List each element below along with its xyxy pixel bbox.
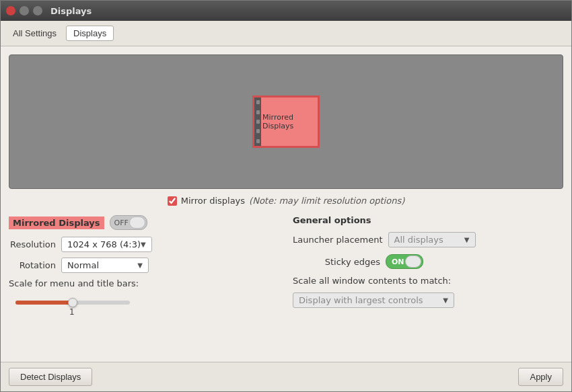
sticky-edges-label: Sticky edges [293, 257, 380, 267]
resolution-row: Resolution 1024 x 768 (4:3) ▼ [9, 237, 279, 252]
display-preview-area: Mirrored Displays [9, 54, 563, 189]
all-settings-button[interactable]: All Settings [6, 26, 63, 40]
window: Displays All Settings Displays Mirrored … [0, 0, 572, 392]
slider-fill [15, 301, 73, 305]
chevron-down-icon: ▼ [141, 241, 146, 248]
right-panel: General options Launcher placement All d… [293, 215, 563, 317]
filmstrip-hole [256, 100, 260, 104]
rotation-dropdown[interactable]: Normal ▼ [61, 258, 149, 273]
launcher-placement-label: Launcher placement [293, 235, 383, 245]
scale-value: 1 [69, 307, 75, 317]
on-toggle-knob [405, 256, 421, 268]
resolution-label: Resolution [9, 239, 56, 249]
resolution-value: 1024 x 768 (4:3) [67, 239, 141, 249]
main-content: Mirrored Displays Mirror displays (Note:… [1, 46, 571, 362]
minimize-button[interactable] [20, 6, 29, 15]
mirrored-displays-label: Mirrored Displays [9, 217, 104, 229]
toggle-off-text: OFF [114, 219, 129, 227]
detect-displays-button[interactable]: Detect Displays [9, 368, 92, 386]
scale-all-dropdown[interactable]: Display with largest controls ▼ [293, 292, 454, 308]
displays-button[interactable]: Displays [66, 26, 114, 41]
rotation-label: Rotation [9, 260, 56, 270]
monitor-label: Mirrored Displays [262, 97, 318, 146]
scale-all-label-row: Scale all window contents to match: [293, 276, 563, 286]
window-title: Displays [50, 6, 92, 16]
resolution-dropdown[interactable]: 1024 x 768 (4:3) ▼ [61, 237, 152, 252]
scale-for-menu-label: Scale for menu and title bars: [9, 278, 139, 288]
sticky-edges-toggle[interactable]: ON [386, 254, 423, 269]
mirrored-toggle[interactable]: OFF [110, 215, 147, 230]
mirror-label: Mirror displays [181, 196, 245, 206]
settings-area: Mirrored Displays OFF Resolution 1024 x … [9, 215, 563, 317]
mirrored-header-row: Mirrored Displays OFF [9, 215, 279, 230]
apply-button[interactable]: Apply [518, 368, 563, 386]
mirror-note: (Note: may limit resolution options) [249, 196, 404, 206]
mirror-checkbox[interactable] [168, 196, 177, 206]
on-text: ON [392, 258, 404, 266]
slider-thumb[interactable] [68, 298, 77, 307]
scale-slider-container: 1 [9, 298, 279, 317]
titlebar: Displays [1, 1, 571, 21]
left-panel: Mirrored Displays OFF Resolution 1024 x … [9, 215, 279, 317]
chevron-down-icon: ▼ [443, 297, 448, 304]
bottom-bar: Detect Displays Apply [1, 362, 571, 391]
scale-all-label: Scale all window contents to match: [293, 276, 451, 286]
mirror-checkbox-row: Mirror displays (Note: may limit resolut… [9, 196, 563, 206]
chevron-down-icon: ▼ [464, 236, 470, 243]
general-options-title: General options [293, 215, 563, 225]
launcher-placement-dropdown[interactable]: All displays ▼ [388, 232, 476, 247]
maximize-button[interactable] [33, 6, 42, 15]
chevron-down-icon: ▼ [137, 262, 143, 269]
toolbar: All Settings Displays [1, 21, 571, 46]
filmstrip-hole [256, 139, 260, 143]
scale-slider-track[interactable] [15, 301, 130, 305]
rotation-value: Normal [67, 260, 99, 270]
filmstrip-hole [256, 110, 260, 114]
scale-all-dropdown-row: Display with largest controls ▼ [293, 292, 563, 308]
toggle-knob [129, 217, 145, 229]
display-monitor[interactable]: Mirrored Displays [252, 95, 320, 148]
sticky-edges-row: Sticky edges ON [293, 254, 563, 269]
filmstrip [254, 97, 261, 146]
scale-label-row: Scale for menu and title bars: [9, 278, 279, 292]
close-button[interactable] [6, 6, 15, 15]
launcher-value: All displays [394, 235, 443, 245]
filmstrip-hole [256, 129, 260, 133]
filmstrip-hole [256, 120, 260, 124]
rotation-row: Rotation Normal ▼ [9, 258, 279, 273]
scale-all-value: Display with largest controls [299, 295, 423, 305]
launcher-placement-row: Launcher placement All displays ▼ [293, 232, 563, 247]
